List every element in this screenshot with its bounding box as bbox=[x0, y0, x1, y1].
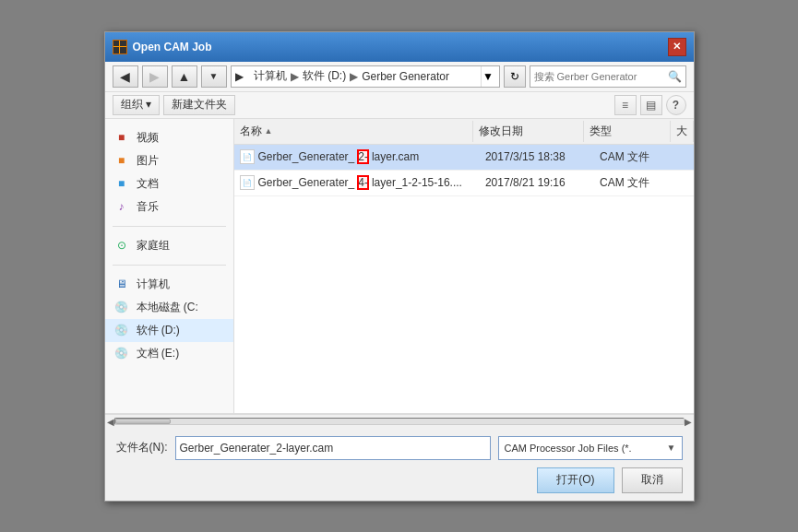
organize-button[interactable]: 组织 ▾ bbox=[113, 95, 160, 115]
col-header-name[interactable]: 名称 ▲ bbox=[234, 121, 473, 142]
search-input[interactable] bbox=[534, 71, 664, 82]
actions-row: 打开(O) 取消 bbox=[116, 467, 683, 493]
title-bar-left: Open CAM Job bbox=[113, 40, 212, 54]
scroll-left-arrow[interactable]: ◀ bbox=[107, 417, 114, 427]
file-name-cell-1: 📄 Gerber_Generater_2-layer.cam bbox=[234, 147, 480, 167]
table-row[interactable]: 📄 Gerber_Generater_4-layer_1-2-15-16....… bbox=[234, 171, 694, 196]
sidebar-item-homegroup[interactable]: ⊙ 家庭组 bbox=[105, 234, 233, 257]
col-header-size[interactable]: 大 bbox=[671, 121, 694, 142]
filename-input-wrap bbox=[175, 436, 491, 460]
nav-toolbar: ◀ ▶ ▲ ▼ ▶ 计算机 ▶ 软件 (D:) ▶ Gerber Generat… bbox=[105, 62, 694, 92]
col-header-type[interactable]: 类型 bbox=[584, 121, 670, 142]
close-button[interactable]: ✕ bbox=[668, 38, 686, 56]
file-type-1: CAM 文件 bbox=[594, 147, 683, 168]
sidebar-network: ⊙ 家庭组 bbox=[105, 231, 233, 261]
horizontal-scrollbar[interactable]: ◀ ▶ bbox=[105, 414, 694, 429]
filename-row: 文件名(N): CAM Processor Job Files (*. ▼ bbox=[116, 436, 683, 460]
file-type-2: CAM 文件 bbox=[594, 172, 683, 194]
sidebar-item-docs[interactable]: ■ 文档 bbox=[105, 172, 233, 195]
scrollbar-track bbox=[114, 418, 685, 425]
toolbar2-right: ≡ ▤ ? bbox=[614, 95, 686, 115]
disk-e-icon: 💿 bbox=[113, 346, 131, 361]
sort-arrow: ▲ bbox=[265, 126, 273, 136]
search-icon[interactable]: 🔍 bbox=[668, 70, 682, 83]
doc-icon: ■ bbox=[113, 176, 131, 191]
highlight-2: 2- bbox=[358, 150, 368, 163]
sidebar-item-disk-d[interactable]: 💿 软件 (D:) bbox=[105, 319, 233, 342]
video-icon: ■ bbox=[113, 130, 131, 145]
breadcrumb-computer[interactable]: ▶ bbox=[235, 70, 244, 83]
filetype-text: CAM Processor Job Files (*. bbox=[505, 443, 632, 454]
file-list: 名称 ▲ 修改日期 类型 大 📄 bbox=[234, 119, 694, 196]
content-area: ■ 视频 ■ 图片 ■ 文档 ♪ 音乐 ⊙ bbox=[105, 119, 694, 414]
app-icon bbox=[113, 40, 127, 54]
sidebar-favorites: ■ 视频 ■ 图片 ■ 文档 ♪ 音乐 bbox=[105, 123, 233, 222]
filename-label: 文件名(N): bbox=[116, 440, 168, 455]
sidebar-item-disk-e[interactable]: 💿 文档 (E:) bbox=[105, 342, 233, 365]
disk-d-icon: 💿 bbox=[113, 323, 131, 337]
sidebar-item-videos[interactable]: ■ 视频 bbox=[105, 126, 233, 149]
breadcrumb-drive[interactable]: 软件 (D:) bbox=[303, 68, 346, 84]
file-size-1 bbox=[683, 154, 694, 160]
forward-button[interactable]: ▶ bbox=[142, 65, 168, 88]
disk-c-icon: 💿 bbox=[113, 300, 131, 314]
toolbar2-left: 组织 ▾ 新建文件夹 bbox=[113, 95, 235, 115]
filetype-dropdown[interactable]: CAM Processor Job Files (*. ▼ bbox=[498, 436, 683, 460]
file-icon-2: 📄 bbox=[240, 175, 255, 190]
view-grid-button[interactable]: ▤ bbox=[640, 95, 662, 115]
homegroup-icon: ⊙ bbox=[113, 238, 131, 253]
file-list-header: 名称 ▲ 修改日期 类型 大 bbox=[234, 119, 694, 145]
sidebar-item-images[interactable]: ■ 图片 bbox=[105, 149, 233, 172]
sidebar-divider-2 bbox=[113, 265, 226, 266]
bottom-bar: 文件名(N): CAM Processor Job Files (*. ▼ 打开… bbox=[105, 429, 694, 501]
filename-input[interactable] bbox=[180, 442, 486, 455]
image-icon: ■ bbox=[113, 153, 131, 168]
view-list-button[interactable]: ≡ bbox=[614, 95, 637, 115]
search-bar: 🔍 bbox=[530, 65, 686, 88]
open-button[interactable]: 打开(O) bbox=[537, 467, 613, 493]
file-size-2 bbox=[683, 180, 694, 185]
action-toolbar: 组织 ▾ 新建文件夹 ≡ ▤ ? bbox=[105, 92, 694, 119]
table-row[interactable]: 📄 Gerber_Generater_2-layer.cam 2017/3/15… bbox=[234, 145, 694, 171]
file-area: 名称 ▲ 修改日期 类型 大 📄 bbox=[234, 119, 694, 413]
breadcrumb-folder[interactable]: Gerber Generator bbox=[362, 70, 449, 83]
back-button[interactable]: ◀ bbox=[113, 65, 138, 88]
breadcrumb-computer-label[interactable]: 计算机 bbox=[254, 68, 287, 84]
file-date-2: 2017/8/21 19:16 bbox=[480, 173, 594, 192]
dialog-title: Open CAM Job bbox=[133, 41, 212, 53]
sidebar-item-computer[interactable]: 🖥 计算机 bbox=[105, 273, 233, 296]
up-button[interactable]: ▲ bbox=[172, 65, 197, 88]
refresh-button[interactable]: ↻ bbox=[504, 65, 526, 88]
recent-button[interactable]: ▼ bbox=[201, 65, 227, 88]
title-bar: Open CAM Job ✕ bbox=[105, 32, 694, 62]
help-button[interactable]: ? bbox=[666, 95, 686, 115]
file-icon-1: 📄 bbox=[240, 149, 255, 164]
col-header-date[interactable]: 修改日期 bbox=[473, 121, 585, 142]
breadcrumb-bar[interactable]: ▶ 计算机 ▶ 软件 (D:) ▶ Gerber Generator ▼ bbox=[231, 65, 500, 88]
cancel-button[interactable]: 取消 bbox=[622, 467, 683, 493]
sidebar: ■ 视频 ■ 图片 ■ 文档 ♪ 音乐 ⊙ bbox=[105, 119, 234, 413]
scroll-right-arrow[interactable]: ▶ bbox=[685, 417, 692, 427]
sidebar-item-disk-c[interactable]: 💿 本地磁盘 (C: bbox=[105, 296, 233, 319]
new-folder-button[interactable]: 新建文件夹 bbox=[163, 95, 235, 115]
music-icon: ♪ bbox=[113, 199, 131, 214]
open-cam-job-dialog: Open CAM Job ✕ ◀ ▶ ▲ ▼ ▶ 计算机 ▶ 软件 (D:) ▶… bbox=[104, 31, 695, 502]
sidebar-item-music[interactable]: ♪ 音乐 bbox=[105, 195, 233, 219]
sidebar-divider-1 bbox=[113, 226, 226, 227]
dropdown-arrow-icon: ▼ bbox=[667, 443, 676, 453]
highlight-4: 4- bbox=[358, 176, 368, 189]
sidebar-computer: 🖥 计算机 💿 本地磁盘 (C: 💿 软件 (D:) 💿 文档 (E:) bbox=[105, 269, 233, 369]
breadcrumb-dropdown-arrow[interactable]: ▼ bbox=[481, 66, 495, 87]
scrollbar-thumb[interactable] bbox=[115, 419, 171, 424]
computer-icon: 🖥 bbox=[113, 277, 131, 291]
file-name-cell-2: 📄 Gerber_Generater_4-layer_1-2-15-16.... bbox=[234, 172, 480, 193]
file-date-1: 2017/3/15 18:38 bbox=[480, 148, 594, 166]
